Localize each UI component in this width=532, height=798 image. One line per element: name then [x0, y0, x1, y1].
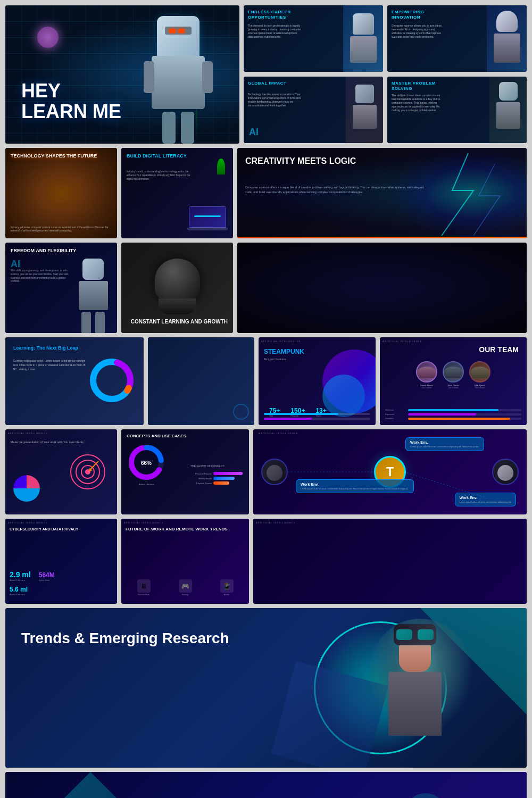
prog-row-2: Experience [385, 413, 521, 415]
slide-empowering[interactable]: EMPOWERING INNOVATION Computer science a… [387, 5, 527, 72]
prog-track-3 [408, 418, 521, 420]
avatar-1 [416, 361, 437, 383]
future-icon-1: 🖥 Remote Work [137, 579, 151, 596]
bar-row-3: Physical Fitness [190, 481, 244, 485]
member2-container: John Corner Job Position [443, 361, 464, 389]
slides-container: HEY LEARN ME ENDLESS CAREER OPPORTUNITIE… [5, 5, 527, 798]
ai-label-freedom: AI [11, 259, 20, 270]
prog-track-1-fill [408, 409, 498, 411]
robot-thumb-endless [343, 5, 383, 72]
prog-track-1 [408, 409, 521, 411]
freedom-robot [72, 259, 114, 333]
team-progress-bars: Skill Level Experience Innovation [385, 409, 521, 420]
empowering-title: EMPOWERING INNOVATION [392, 10, 445, 20]
global-impact-body: Technology has the power to transform. Y… [248, 93, 301, 107]
slide-thankyou[interactable]: THANK YOU [5, 772, 527, 798]
row-3: AI FREEDOM AND FLEXIBILITY With skills i… [5, 243, 527, 333]
slide-steampunk[interactable]: ARTIFICIAL INTELLIGENCE STEAMPUNK Run yo… [259, 337, 376, 425]
work-env-card-2: Work Env. Lorem ipsum dolor sit amet, co… [296, 479, 414, 493]
learning-title: Learning: The Next Big Leap [13, 345, 78, 352]
tech-shapes-title: TECHNOLOGY SHAPES THE FUTURE [11, 153, 97, 160]
trends-title: Trends & Emerging Research [21, 629, 229, 647]
right-small-grid: ENDLESS CAREER OPPORTUNITIES The demand … [244, 5, 527, 144]
creativity-title: CREATIVITY MEETS LOGIC [245, 156, 356, 166]
prog-row-3-label: Innovation [385, 418, 406, 420]
slide-placeholder-dark: ARTIFICIAL INTELLIGENCE [253, 519, 527, 604]
work-env1-body: Lorem ipsum dolor sit amet, consectetur … [410, 445, 479, 448]
prog-row-2-label: Experience [385, 413, 406, 415]
row-4: Learning: The Next Big Leap Contrary to … [5, 337, 527, 425]
bar3-fill [213, 481, 229, 485]
endless-career-body: The demand for tech professionals is rap… [248, 24, 301, 39]
work-env3-title: Work Env. [460, 496, 511, 500]
robot-circle-right [492, 459, 519, 485]
robot-master [489, 77, 527, 143]
steampunk-subtitle: Run your business [264, 358, 286, 361]
member1-container: Daniel Mason Job Position [416, 361, 437, 389]
row-1: HEY LEARN ME ENDLESS CAREER OPPORTUNITIE… [5, 5, 527, 144]
work-env-card-3: Work Env. Lorem ipsum dolor sit amet, co… [455, 493, 516, 506]
prog-row-3: Innovation [385, 418, 521, 420]
deco-circle [233, 404, 249, 420]
slide-creativity[interactable]: CREATIVITY MEETS LOGIC Computer science … [237, 148, 527, 238]
slide-ai-work[interactable]: ARTIFICIAL INTELLIGENCE T Work Env. Lore… [253, 429, 527, 514]
prog-track-2-fill [408, 413, 476, 415]
cyber-stat2-lbl: Cyber Data [39, 579, 55, 581]
cyber-tag: ARTIFICIAL INTELLIGENCE [8, 521, 47, 524]
slide-endless-career[interactable]: ENDLESS CAREER OPPORTUNITIES The demand … [244, 5, 383, 72]
sphere-deco2 [322, 375, 365, 417]
slide-master-problem[interactable]: MASTER PROBLEM SOLVING The ability to br… [387, 77, 527, 143]
slide-build-digital[interactable]: BUILD DIGITAL LITERACY In today's world,… [121, 148, 233, 238]
steampunk-tag: ARTIFICIAL INTELLIGENCE [261, 340, 301, 343]
our-team-title: OUR TEAM [479, 345, 519, 354]
slide-learning[interactable]: Learning: The Next Big Leap Contrary to … [5, 337, 144, 425]
bar-row-2: Mental Health [190, 477, 244, 480]
slide-concepts[interactable]: CONCEPTS AND USE CASES 66% Added Title h… [121, 429, 249, 514]
future-icon-3-lbl: Mobile [220, 594, 234, 596]
hero-text: HEY LEARN ME [21, 80, 121, 122]
slide-target[interactable]: ARTIFICIAL INTELLIGENCE Make the present… [5, 429, 117, 514]
cyber-stats: 2.9 ml Added Title here 564M Cyber Data … [10, 570, 55, 596]
row-5: ARTIFICIAL INTELLIGENCE Make the present… [5, 429, 527, 514]
slide-future-work[interactable]: ARTIFICIAL INTELLIGENCE FUTURE OF WORK A… [121, 519, 249, 604]
master-problem-title: MASTER PROBLEM SOLVING [392, 81, 445, 91]
slide-our-team[interactable]: ARTIFICIAL INTELLIGENCE OUR TEAM Daniel … [380, 337, 527, 425]
prog-row-1: Skill Level [385, 409, 521, 411]
concepts-title: CONCEPTS AND USE CASES [127, 434, 186, 438]
plant-deco [217, 159, 225, 174]
future-icon-1-shape: 🖥 [137, 579, 151, 593]
future-icon-2: 🎮 Gaming [179, 579, 192, 596]
work-env1-title: Work Env. [410, 440, 479, 444]
prog-fill-2 [264, 418, 312, 420]
donut-svg [88, 356, 136, 404]
bar-graph: THE GRAPH OF CONNECT: Personal Finance M… [190, 445, 244, 504]
target-body: Make the presentation of Your work with … [11, 440, 112, 445]
robot-global [346, 77, 383, 143]
work-env2-title: Work Env. [301, 483, 409, 486]
endless-career-title: ENDLESS CAREER OPPORTUNITIES [248, 10, 301, 20]
dark-overlay [5, 148, 117, 238]
prog-row-1-label: Skill Level [385, 409, 406, 411]
cyber-stat2: 564M Cyber Data [39, 571, 55, 581]
prog-bar-1 [264, 413, 370, 415]
slide-constant-learning[interactable]: CONSTANT LEARNING AND GROWTH [121, 243, 233, 333]
vr-person-shape [378, 624, 452, 768]
avatar-row: Daniel Mason Job Position John Corner Jo… [385, 361, 521, 389]
member3-role: Job Position [469, 387, 491, 389]
slide-global-impact[interactable]: GLOBAL IMPACT AI Technology has the powe… [244, 77, 383, 143]
row-6: ARTIFICIAL INTELLIGENCE CYBERSECURITY AN… [5, 519, 527, 604]
cyber-stat3-val: 5.6 ml [10, 586, 55, 593]
target-svg [69, 453, 106, 491]
member3-container: Ella Spentt Job Position [469, 361, 491, 389]
future-title: FUTURE OF WORK AND REMOTE WORK TRENDS [126, 527, 228, 532]
slide-freedom[interactable]: AI FREEDOM AND FLEXIBILITY With skills i… [5, 243, 117, 333]
work-env2-body: Lorem ipsum dolor sit amet, consectetur … [301, 487, 409, 490]
slide-hero[interactable]: HEY LEARN ME [5, 5, 239, 144]
master-problem-body: The ability to break down complex issues… [392, 94, 445, 112]
slide-cybersecurity[interactable]: ARTIFICIAL INTELLIGENCE CYBERSECURITY AN… [5, 519, 117, 604]
slide-trends[interactable]: Trends & Emerging Research [5, 608, 527, 768]
global-impact-title: GLOBAL IMPACT [248, 81, 286, 86]
page-wrapper: HEY LEARN ME ENDLESS CAREER OPPORTUNITIE… [0, 0, 532, 798]
slide-technology-shapes[interactable]: TECHNOLOGY SHAPES THE FUTURE In many ind… [5, 148, 117, 238]
laptop-illustration [189, 206, 228, 230]
